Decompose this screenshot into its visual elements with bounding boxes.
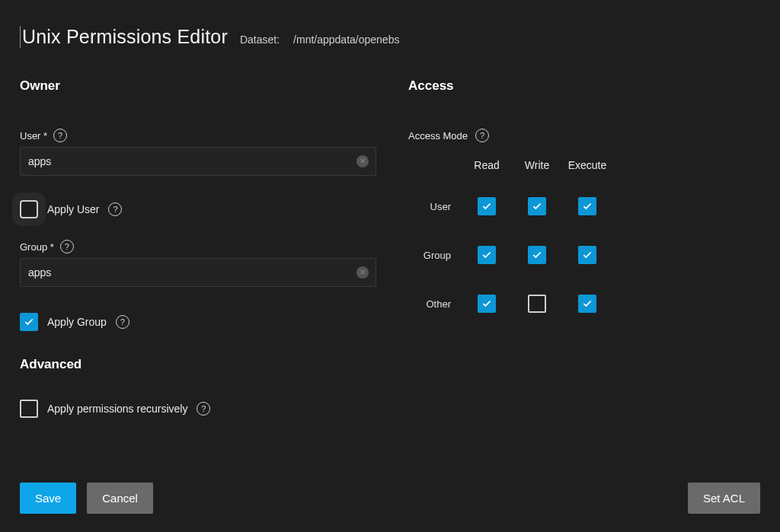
help-icon[interactable]: ? (475, 129, 489, 142)
perm-user-write[interactable] (528, 197, 546, 215)
col-execute-header: Execute (562, 159, 612, 171)
access-section-title: Access (408, 78, 743, 94)
perm-user-execute[interactable] (578, 197, 596, 215)
help-icon[interactable]: ? (60, 240, 74, 253)
user-input[interactable] (20, 147, 376, 176)
user-label: User * (20, 130, 47, 142)
row-group-label: Group (408, 250, 462, 261)
perm-other-write[interactable] (528, 295, 546, 313)
owner-section-title: Owner (20, 78, 378, 94)
perm-group-read[interactable] (478, 246, 496, 264)
perm-user-read[interactable] (478, 197, 496, 215)
perm-other-execute[interactable] (578, 295, 596, 313)
recursive-label: Apply permissions recursively (47, 403, 187, 415)
cancel-button[interactable]: Cancel (87, 483, 153, 514)
apply-group-label: Apply Group (47, 316, 107, 328)
apply-user-checkbox[interactable] (20, 200, 38, 218)
apply-group-checkbox[interactable] (20, 313, 38, 331)
help-icon[interactable]: ? (108, 202, 122, 216)
page-title: Unix Permissions Editor (20, 26, 228, 48)
perm-group-execute[interactable] (578, 246, 596, 264)
advanced-section-title: Advanced (20, 357, 378, 372)
help-icon[interactable]: ? (197, 402, 210, 416)
help-icon[interactable]: ? (53, 129, 67, 142)
clear-icon[interactable]: ✕ (356, 266, 369, 279)
set-acl-button[interactable]: Set ACL (688, 483, 760, 514)
row-user-label: User (408, 201, 462, 212)
access-mode-label: Access Mode (408, 130, 468, 142)
group-input[interactable] (20, 258, 376, 287)
dataset-path: /mnt/appdata/openebs (293, 33, 399, 46)
apply-user-label: Apply User (47, 203, 99, 215)
col-write-header: Write (512, 159, 562, 171)
clear-icon[interactable]: ✕ (356, 155, 369, 167)
help-icon[interactable]: ? (116, 315, 129, 329)
col-read-header: Read (462, 159, 512, 171)
group-label: Group * (20, 241, 54, 253)
row-other-label: Other (408, 298, 462, 310)
perm-other-read[interactable] (478, 295, 496, 313)
recursive-checkbox[interactable] (20, 400, 38, 418)
save-button[interactable]: Save (20, 483, 76, 514)
dataset-label: Dataset: (240, 33, 280, 46)
perm-group-write[interactable] (528, 246, 546, 264)
